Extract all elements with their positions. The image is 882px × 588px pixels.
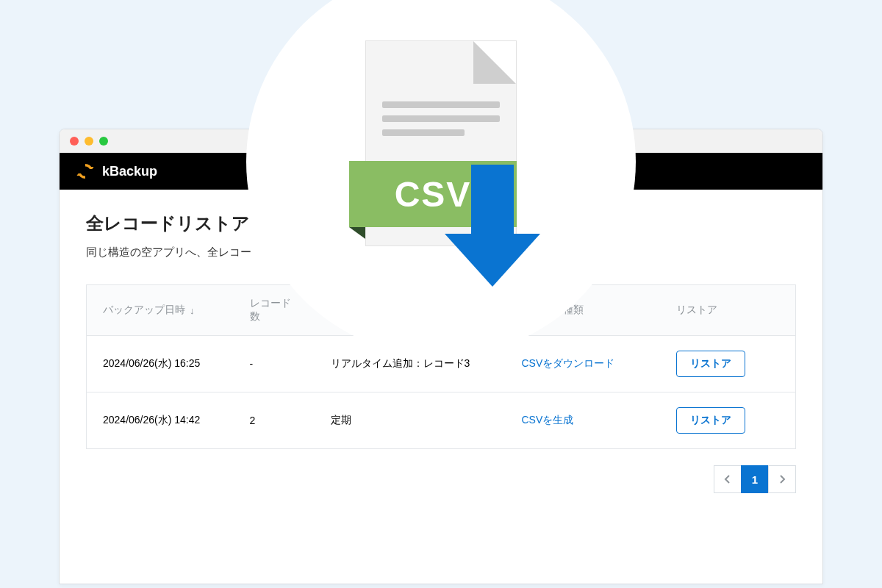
th-datetime-label: バックアップ日時	[103, 304, 185, 317]
file-icon: CSV	[349, 40, 533, 283]
download-arrow-icon	[445, 165, 540, 287]
app-logo[interactable]: kBackup	[76, 162, 157, 181]
window-close-icon[interactable]	[70, 137, 79, 146]
window-minimize-icon[interactable]	[85, 137, 93, 146]
table-row: 2024/06/26(水) 14:42 2 定期 CSVを生成 リストア	[87, 392, 796, 449]
pagination-next-button[interactable]	[768, 465, 796, 493]
csv-generate-link[interactable]: CSVを生成	[522, 414, 574, 426]
pagination: 1	[86, 465, 796, 493]
sort-desc-icon: ↓	[190, 305, 195, 316]
cell-records: -	[234, 336, 315, 392]
restore-button[interactable]: リストア	[676, 351, 745, 377]
window-maximize-icon[interactable]	[99, 137, 108, 146]
chevron-right-icon	[778, 475, 786, 484]
pagination-page-1-button[interactable]: 1	[741, 465, 769, 493]
cell-datetime: 2024/06/26(水) 14:42	[87, 392, 234, 449]
csv-download-link[interactable]: CSVをダウンロード	[522, 357, 615, 369]
cell-backup-type: 定期	[315, 392, 506, 449]
th-restore: リストア	[660, 285, 796, 336]
chevron-left-icon	[724, 475, 731, 484]
pagination-prev-button[interactable]	[714, 465, 742, 493]
cell-records: 2	[234, 392, 315, 449]
sync-icon	[76, 162, 95, 181]
app-name: kBackup	[102, 164, 157, 179]
restore-button[interactable]: リストア	[676, 407, 745, 434]
th-datetime[interactable]: バックアップ日時 ↓	[87, 285, 234, 336]
cell-datetime: 2024/06/26(水) 16:25	[87, 336, 234, 392]
